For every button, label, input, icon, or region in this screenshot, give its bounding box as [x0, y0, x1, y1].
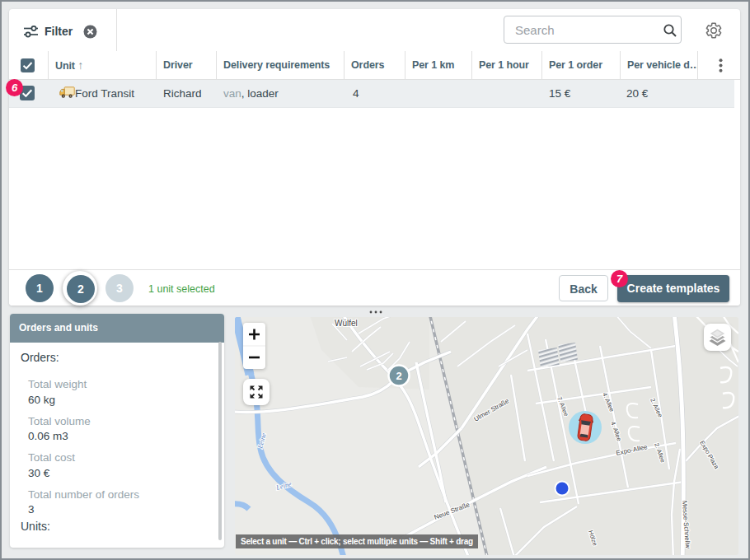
svg-text:Wülfel: Wülfel [335, 319, 358, 328]
svg-text:2: 2 [396, 370, 401, 382]
